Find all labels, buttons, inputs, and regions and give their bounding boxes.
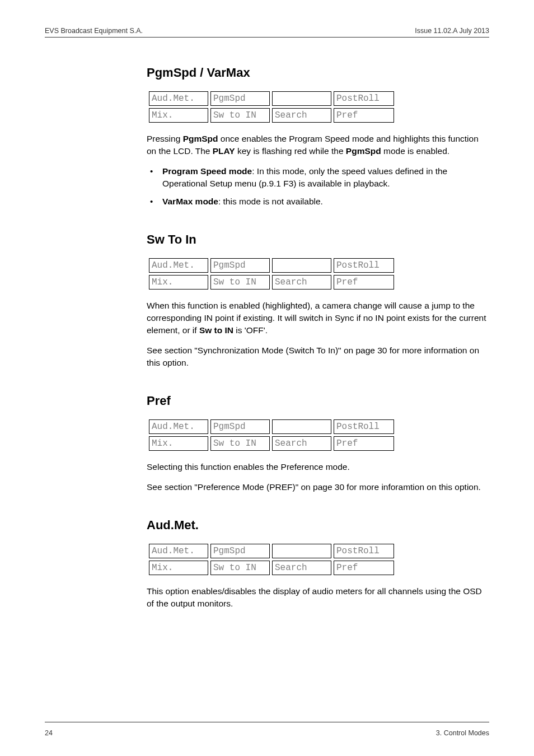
lcd-cell: PgmSpd [210,419,270,434]
lcd-cell: PostRoll [334,258,394,273]
text-run: key is flashing red while the [235,146,346,156]
paragraph: Selecting this function enables the Pref… [147,461,489,473]
lcd-cell: PgmSpd [210,544,270,558]
footer-rule [45,722,489,722]
header-left: EVS Broadcast Equipment S.A. [45,27,143,35]
lcd-table-pref: Aud.Met. PgmSpd PostRoll Mix. Sw to IN S… [147,417,396,453]
list-item: VarMax mode: this mode is not available. [147,195,489,208]
paragraph: Pressing PgmSpd once enables the Program… [147,133,489,157]
header-right: Issue 11.02.A July 2013 [415,27,489,35]
lcd-cell [272,91,331,106]
heading-pgmspd-varmax: PgmSpd / VarMax [147,66,489,80]
text-bold: Program Speed mode [162,166,252,176]
lcd-cell-highlight: Aud.Met. [149,544,208,558]
lcd-cell: Aud.Met. [149,91,208,106]
text-run: When this function is enabled (highlight… [147,301,486,335]
paragraph: When this function is enabled (highlight… [147,300,489,337]
paragraph: See section "Synchronization Mode (Switc… [147,344,489,369]
text-bold: VarMax mode [162,197,218,206]
page: EVS Broadcast Equipment S.A. Issue 11.02… [0,0,534,756]
text-run: : this mode is not available. [218,197,323,206]
paragraph: This option enables/disables the display… [147,585,489,610]
text-bold: PgmSpd [346,146,381,156]
lcd-cell: PgmSpd [210,258,270,273]
lcd-cell: Aud.Met. [149,258,208,273]
text-bold: PLAY [213,146,235,156]
lcd-cell: Sw to IN [210,436,270,451]
page-footer: 24 3. Control Modes [45,729,489,737]
lcd-table-pgmspd: Aud.Met. PgmSpd PostRoll Mix. Sw to IN S… [147,89,396,125]
lcd-table-swtoin: Aud.Met. PgmSpd PostRoll Mix. Sw to IN S… [147,256,396,292]
lcd-cell: Mix. [149,436,208,451]
lcd-cell: Aud.Met. [149,419,208,434]
footer-section: 3. Control Modes [436,729,489,737]
footer-page-number: 24 [45,729,53,737]
lcd-cell: Mix. [149,561,208,575]
lcd-cell: Search [272,275,331,290]
lcd-cell: PostRoll [334,544,394,558]
lcd-cell: Mix. [149,275,208,290]
text-run: is 'OFF'. [233,325,268,335]
lcd-cell: PostRoll [334,91,394,106]
heading-pref: Pref [147,394,489,408]
lcd-cell [272,258,331,273]
header-rule [45,37,489,38]
lcd-cell [272,544,331,558]
lcd-cell: Pref [334,561,394,575]
lcd-cell-highlight: Sw to IN [210,275,270,290]
paragraph: See section "Preference Mode (PREF)" on … [147,481,489,493]
lcd-cell: PostRoll [334,419,394,434]
lcd-cell-highlight: Pref [334,436,394,451]
text-bold: PgmSpd [183,134,218,143]
lcd-cell: Search [272,561,331,575]
lcd-cell: Mix. [149,108,208,123]
lcd-cell [272,419,331,434]
bullet-list: Program Speed mode: In this mode, only t… [147,165,489,208]
lcd-cell: Pref [334,275,394,290]
lcd-cell: Search [272,108,331,123]
lcd-table-audmet: Aud.Met. PgmSpd PostRoll Mix. Sw to IN S… [147,542,396,577]
text-bold: Sw to IN [199,325,233,335]
lcd-cell-highlight: PgmSpd [210,91,270,106]
heading-sw-to-in: Sw To In [147,232,489,247]
list-item: Program Speed mode: In this mode, only t… [147,165,489,190]
text-run: mode is enabled. [381,146,449,156]
lcd-cell: Sw to IN [210,108,270,123]
content-area: PgmSpd / VarMax Aud.Met. PgmSpd PostRoll… [147,66,489,610]
text-run: Pressing [147,134,183,143]
page-header: EVS Broadcast Equipment S.A. Issue 11.02… [45,27,489,35]
lcd-cell: Pref [334,108,394,123]
heading-aud-met: Aud.Met. [147,518,489,533]
lcd-cell: Sw to IN [210,561,270,575]
lcd-cell: Search [272,436,331,451]
